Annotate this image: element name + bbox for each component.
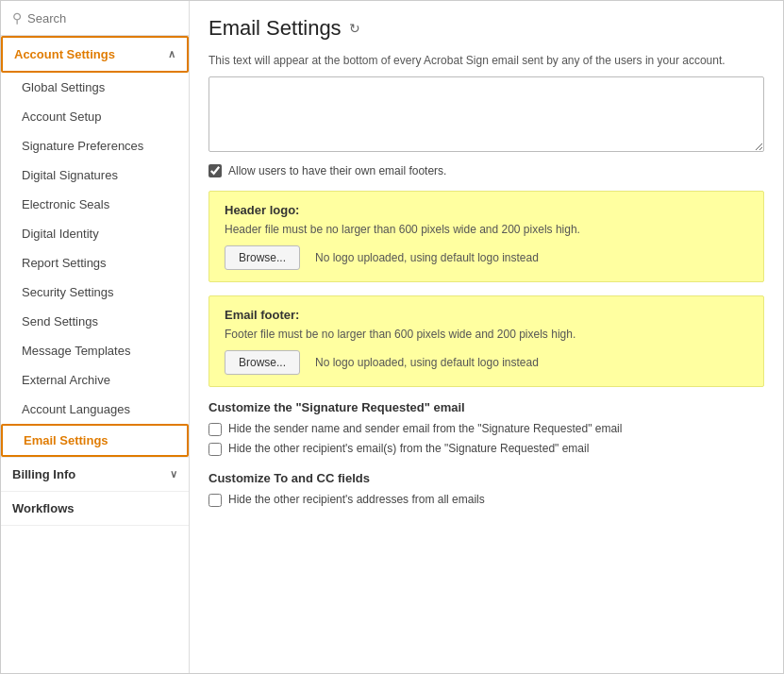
header-logo-row: Browse... No logo uploaded, using defaul… <box>225 245 748 270</box>
email-footer-status: No logo uploaded, using default logo ins… <box>315 356 539 369</box>
sidebar-item-electronic-seals[interactable]: Electronic Seals <box>1 190 189 219</box>
sidebar-item-email-settings[interactable]: Email Settings <box>1 424 189 457</box>
email-footer-textarea[interactable] <box>209 76 764 152</box>
header-logo-title: Header logo: <box>225 203 748 217</box>
billing-info-header[interactable]: Billing Info ∨ <box>1 458 189 491</box>
sig-requested-row-2: Hide the other recipient's email(s) from… <box>209 442 764 456</box>
account-settings-header[interactable]: Account Settings ∧ <box>1 36 189 73</box>
sidebar-item-digital-identity[interactable]: Digital Identity <box>1 219 189 248</box>
sig-requested-checkbox-2[interactable] <box>209 443 222 456</box>
sig-requested-label-1: Hide the sender name and sender email fr… <box>228 422 622 435</box>
account-settings-label: Account Settings <box>14 47 115 61</box>
sidebar-item-signature-preferences[interactable]: Signature Preferences <box>1 131 189 160</box>
workflows-section: Workflows <box>1 492 189 526</box>
chevron-up-icon: ∧ <box>168 48 175 60</box>
header-logo-desc: Header file must be no larger than 600 p… <box>225 223 748 236</box>
workflows-header[interactable]: Workflows <box>1 492 189 525</box>
to-cc-title: Customize To and CC fields <box>209 471 764 485</box>
email-footer-title: Email footer: <box>225 308 748 322</box>
allow-footers-row: Allow users to have their own email foot… <box>209 164 764 177</box>
main-content: Email Settings ↻ This text will appear a… <box>190 1 783 673</box>
billing-info-section: Billing Info ∨ <box>1 458 189 492</box>
account-settings-section: Account Settings ∧ Global Settings Accou… <box>1 36 189 458</box>
sidebar-item-global-settings[interactable]: Global Settings <box>1 73 189 102</box>
email-footer-browse-button[interactable]: Browse... <box>225 350 300 375</box>
to-cc-checkbox-1[interactable] <box>209 494 222 507</box>
workflows-label: Workflows <box>12 501 75 515</box>
sig-requested-label-2: Hide the other recipient's email(s) from… <box>228 442 589 455</box>
to-cc-section: Customize To and CC fields Hide the othe… <box>209 471 764 507</box>
search-input[interactable] <box>27 11 177 25</box>
billing-info-label: Billing Info <box>12 467 75 481</box>
to-cc-label-1: Hide the other recipient's addresses fro… <box>228 493 485 506</box>
sidebar-item-security-settings[interactable]: Security Settings <box>1 278 189 307</box>
allow-footers-checkbox[interactable] <box>209 164 222 177</box>
sidebar-item-external-archive[interactable]: External Archive <box>1 365 189 395</box>
header-logo-status: No logo uploaded, using default logo ins… <box>315 251 539 264</box>
sig-requested-title: Customize the "Signature Requested" emai… <box>209 400 764 414</box>
allow-footers-label: Allow users to have their own email foot… <box>228 164 446 177</box>
email-footer-desc: Footer file must be no larger than 600 p… <box>225 328 748 341</box>
page-title-row: Email Settings ↻ <box>209 16 764 41</box>
sidebar-item-account-setup[interactable]: Account Setup <box>1 102 189 131</box>
search-icon: ⚲ <box>12 10 22 25</box>
chevron-down-icon: ∨ <box>170 468 177 480</box>
sidebar-item-report-settings[interactable]: Report Settings <box>1 248 189 278</box>
email-footer-section: Email footer: Footer file must be no lar… <box>209 295 764 387</box>
footer-description: This text will appear at the bottom of e… <box>209 54 764 67</box>
sig-requested-section: Customize the "Signature Requested" emai… <box>209 400 764 456</box>
sig-requested-checkbox-1[interactable] <box>209 423 222 436</box>
sidebar-item-digital-signatures[interactable]: Digital Signatures <box>1 160 189 190</box>
refresh-icon[interactable]: ↻ <box>349 21 360 36</box>
header-logo-browse-button[interactable]: Browse... <box>225 245 300 270</box>
sidebar-item-send-settings[interactable]: Send Settings <box>1 307 189 336</box>
search-bar[interactable]: ⚲ <box>1 1 189 36</box>
header-logo-section: Header logo: Header file must be no larg… <box>209 191 764 282</box>
account-settings-items: Global Settings Account Setup Signature … <box>1 73 189 457</box>
sig-requested-row-1: Hide the sender name and sender email fr… <box>209 422 764 436</box>
sidebar: ⚲ Account Settings ∧ Global Settings Acc… <box>1 1 190 673</box>
to-cc-row-1: Hide the other recipient's addresses fro… <box>209 493 764 507</box>
sidebar-item-account-languages[interactable]: Account Languages <box>1 395 189 424</box>
email-footer-row: Browse... No logo uploaded, using defaul… <box>225 350 748 375</box>
page-title: Email Settings <box>209 16 342 41</box>
sidebar-item-message-templates[interactable]: Message Templates <box>1 336 189 365</box>
